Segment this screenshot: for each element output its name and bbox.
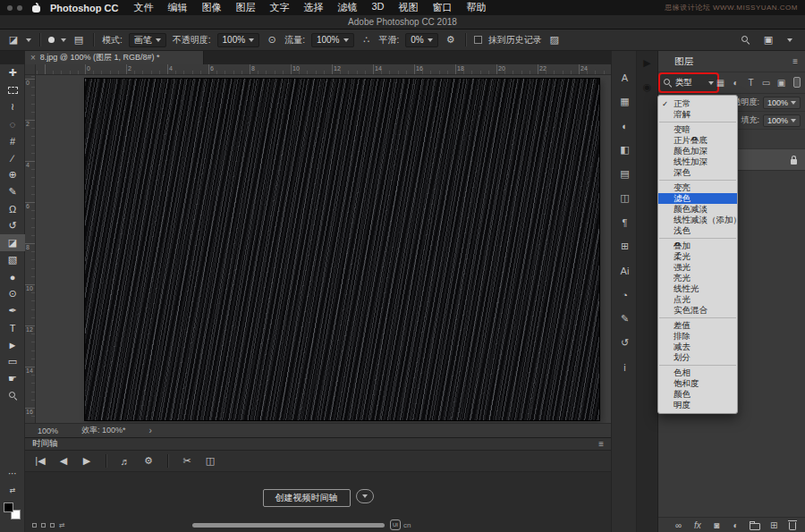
- blend-mode-option-3-3[interactable]: 亮光: [658, 273, 737, 283]
- create-video-timeline-button[interactable]: 创建视频时间轴: [263, 489, 351, 507]
- menu-item-9[interactable]: 窗口: [425, 1, 459, 14]
- blend-mode-option-1-4[interactable]: 深色: [658, 167, 737, 178]
- mode-select[interactable]: 画笔: [129, 33, 166, 47]
- blend-mode-option-4-2[interactable]: 减去: [658, 342, 737, 352]
- layer-lock-icon[interactable]: [791, 159, 797, 165]
- blend-mode-option-2-3[interactable]: 线性减淡（添加）: [658, 215, 737, 225]
- dodge-tool[interactable]: ⊙: [0, 285, 25, 302]
- clone-stamp-tool[interactable]: Ω: [0, 200, 25, 217]
- menu-item-0[interactable]: 文件: [126, 1, 160, 14]
- blend-mode-option-3-5[interactable]: 点光: [658, 294, 737, 305]
- history-brush-tool[interactable]: ↺: [0, 217, 25, 234]
- filter-smart-objects-icon[interactable]: ▣: [775, 76, 787, 89]
- filter-type-layers-icon[interactable]: T: [745, 76, 757, 89]
- timeline-zoom-icon[interactable]: [50, 523, 55, 528]
- layer-fill-select[interactable]: 100%: [763, 114, 801, 127]
- smoothing-options-gear-icon[interactable]: ⚙: [445, 34, 457, 46]
- menu-item-1[interactable]: 编辑: [160, 1, 194, 14]
- hand-tool[interactable]: ☛: [0, 370, 25, 387]
- timeline-scrollbar[interactable]: [192, 523, 385, 528]
- mask-properties-icon[interactable]: ◉: [637, 75, 657, 99]
- zoom-tool[interactable]: [0, 387, 25, 404]
- timeline-settings-button[interactable]: ⚙: [142, 455, 155, 467]
- pen-tool[interactable]: ✒: [0, 302, 25, 319]
- smoothing-select[interactable]: 0%: [405, 33, 437, 47]
- history-panel-icon[interactable]: ↺: [612, 331, 638, 355]
- zoom-level[interactable]: 100%: [38, 426, 58, 435]
- properties-panel-icon[interactable]: ◫: [612, 186, 638, 210]
- airbrush-icon[interactable]: ∴: [360, 34, 373, 46]
- blend-mode-option-2-0[interactable]: 变亮: [658, 182, 737, 193]
- new-layer-icon[interactable]: ⊞: [768, 519, 780, 531]
- blend-mode-option-5-1[interactable]: 饱和度: [658, 378, 737, 389]
- blend-mode-option-1-3[interactable]: 线性加深: [658, 156, 737, 167]
- blend-mode-option-2-1[interactable]: 滤色: [658, 193, 737, 204]
- crop-tool[interactable]: #: [0, 132, 25, 149]
- healing-brush-tool[interactable]: ⊕: [0, 166, 25, 183]
- link-layers-icon[interactable]: ∞: [673, 519, 684, 531]
- swap-colors-icon[interactable]: ⇄: [0, 486, 25, 494]
- filter-pixel-layers-icon[interactable]: ▦: [715, 76, 726, 89]
- play-button[interactable]: ▶: [80, 455, 93, 467]
- brush-tool[interactable]: ✎: [0, 183, 25, 200]
- panel-menu-icon[interactable]: ≡: [792, 56, 798, 66]
- workspace-switcher-icon[interactable]: ▣: [762, 34, 775, 46]
- type-tool[interactable]: T: [0, 319, 25, 336]
- brush-preset-icon[interactable]: [48, 37, 55, 43]
- libraries-panel-icon[interactable]: ▤: [612, 162, 638, 186]
- layer-effects-icon[interactable]: fx: [691, 519, 703, 531]
- menu-item-10[interactable]: 帮助: [459, 1, 493, 14]
- blend-mode-option-4-1[interactable]: 排除: [658, 331, 737, 342]
- edit-toolbar-button[interactable]: ⋯: [0, 469, 25, 478]
- menu-item-2[interactable]: 图像: [194, 1, 228, 14]
- search-icon[interactable]: [741, 36, 750, 44]
- blend-mode-option-5-3[interactable]: 明度: [658, 400, 737, 410]
- layer-opacity-select[interactable]: 100%: [763, 97, 801, 109]
- document-canvas-rain-image[interactable]: [85, 79, 599, 420]
- path-selection-tool[interactable]: ►: [0, 336, 25, 353]
- channels-panel-icon[interactable]: ◔: [612, 283, 638, 307]
- paths-panel-icon[interactable]: ✎: [612, 307, 638, 331]
- tool-preset-caret-icon[interactable]: [26, 38, 31, 42]
- blend-mode-option-5-0[interactable]: 色相: [658, 367, 737, 378]
- menu-item-3[interactable]: 图层: [228, 1, 262, 14]
- blend-mode-option-1-2[interactable]: 颜色加深: [658, 146, 737, 156]
- timeline-panel-title[interactable]: 时间轴: [32, 438, 58, 450]
- add-layer-mask-icon[interactable]: ◙: [711, 519, 723, 531]
- blend-mode-option-3-1[interactable]: 柔光: [658, 251, 737, 262]
- eyedropper-tool[interactable]: ∕: [0, 149, 25, 166]
- blend-mode-option-3-6[interactable]: 实色混合: [658, 305, 737, 316]
- window-control-dot[interactable]: [7, 5, 13, 11]
- menu-item-5[interactable]: 选择: [296, 1, 330, 14]
- brush-preset-caret-icon[interactable]: [61, 38, 66, 42]
- move-tool[interactable]: ✚: [0, 64, 25, 81]
- timeline-zoom-icon[interactable]: [32, 523, 37, 528]
- shape-tool[interactable]: ▭: [0, 353, 25, 370]
- opacity-select[interactable]: 100%: [217, 33, 260, 47]
- blur-tool[interactable]: ●: [0, 268, 25, 285]
- glyphs-panel-icon[interactable]: ⊞: [612, 234, 638, 258]
- menu-item-6[interactable]: 滤镜: [330, 1, 364, 14]
- quick-selection-tool[interactable]: ◌: [0, 115, 25, 132]
- blend-mode-option-4-3[interactable]: 划分: [658, 352, 737, 363]
- paragraph-panel-icon[interactable]: ¶: [612, 210, 638, 234]
- filter-shape-layers-icon[interactable]: ▭: [760, 76, 772, 89]
- filter-toggle-switch[interactable]: [791, 76, 802, 89]
- ruler-corner[interactable]: [25, 64, 36, 75]
- apple-menu-icon[interactable]: [32, 3, 41, 13]
- ai-panel-icon[interactable]: Ai: [612, 258, 638, 283]
- delete-layer-icon[interactable]: [787, 519, 799, 531]
- blend-mode-option-3-2[interactable]: 强光: [658, 262, 737, 273]
- go-to-first-frame-button[interactable]: |◀: [34, 455, 47, 467]
- adjustments-panel-icon[interactable]: ◐: [612, 114, 638, 138]
- character-panel-icon[interactable]: A: [612, 65, 638, 89]
- filter-adjustment-layers-icon[interactable]: ◐: [730, 76, 741, 89]
- erase-to-history-checkbox[interactable]: [474, 36, 482, 44]
- blend-mode-option-3-0[interactable]: 叠加: [658, 241, 737, 251]
- close-tab-icon[interactable]: ×: [30, 54, 36, 62]
- blend-mode-option-0-1[interactable]: 溶解: [658, 109, 737, 120]
- timeline-fit-icon[interactable]: ⇄: [59, 521, 65, 529]
- blend-mode-option-3-4[interactable]: 线性光: [658, 283, 737, 294]
- document-tab[interactable]: × 8.jpg @ 100% (图层 1, RGB/8#) *: [25, 51, 204, 64]
- collapse-panels-icon[interactable]: ▶: [637, 51, 657, 75]
